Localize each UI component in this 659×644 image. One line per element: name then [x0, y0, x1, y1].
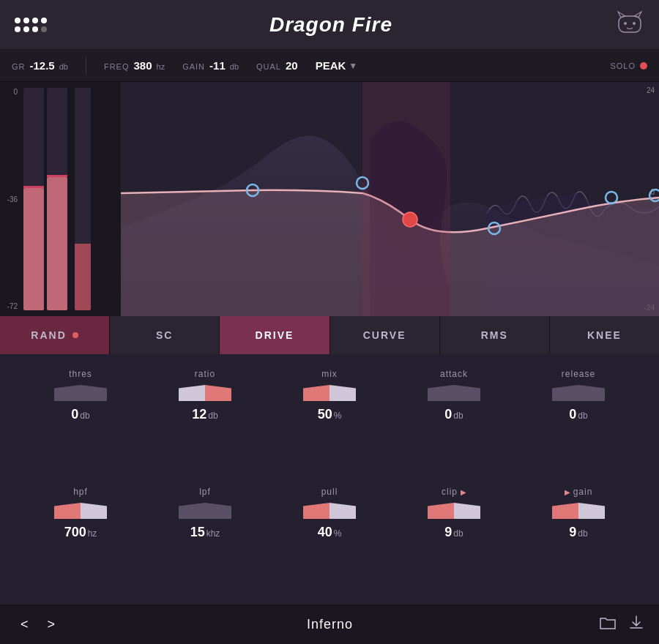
gr-label: GR — [12, 62, 26, 71]
clip-value: 9 — [444, 525, 452, 540]
thres-unit: db — [80, 411, 89, 421]
scale-0: 0 — [3, 88, 18, 96]
lpf-label: lpf — [199, 487, 211, 497]
qual-value: 20 — [286, 59, 298, 72]
gain-group: GAIN -11 db — [182, 59, 239, 72]
ratio-unit: db — [208, 411, 217, 421]
tab-curve-label: CURVE — [363, 329, 406, 341]
tab-sc[interactable]: SC — [110, 316, 220, 354]
mix-value: 50 — [318, 407, 332, 422]
tab-drive[interactable]: DRIVE — [220, 316, 330, 354]
gr-value: -12.5 — [30, 59, 55, 72]
clip-slider[interactable] — [428, 503, 480, 519]
control-ratio: ratio 12 db — [146, 369, 264, 472]
prev-button[interactable]: < — [15, 614, 34, 635]
tab-rms-label: RMS — [481, 329, 508, 341]
tab-bar: RAND SC DRIVE CURVE RMS KNEE — [0, 316, 659, 354]
lpf-unit: khz — [206, 528, 220, 539]
bottom-bar: < > Inferno — [0, 604, 659, 644]
tab-rand[interactable]: RAND — [0, 316, 110, 354]
gain-value: -11 — [209, 59, 226, 72]
pull-slider[interactable] — [303, 503, 356, 519]
svg-point-4 — [633, 22, 636, 25]
tab-knee[interactable]: KNEE — [550, 316, 659, 354]
attack-label: attack — [440, 369, 468, 379]
separator-1 — [86, 57, 86, 75]
control-mix: mix 50 % — [271, 369, 388, 472]
svg-point-3 — [624, 22, 627, 25]
bottom-icons — [599, 615, 644, 634]
vu-meters: 0 -36 -72 — [0, 82, 121, 316]
hpf-label: hpf — [73, 487, 88, 497]
tab-curve[interactable]: CURVE — [330, 316, 440, 354]
freq-unit: hz — [157, 62, 165, 71]
release-label: release — [562, 369, 595, 379]
dot-grid-icon — [15, 18, 47, 32]
mix-label: mix — [321, 369, 338, 379]
solo-group: SOLO — [610, 61, 647, 70]
pull-label: pull — [321, 487, 338, 497]
pull-value: 40 — [318, 525, 332, 540]
clip-label: clip — [442, 487, 458, 497]
ratio-value: 12 — [192, 407, 206, 422]
clip-right-arrow-icon: ▶ — [461, 488, 466, 496]
gain-left-arrow-icon: ▶ — [565, 488, 570, 496]
download-button[interactable] — [628, 615, 644, 634]
thres-value: 0 — [71, 407, 78, 422]
hpf-slider[interactable] — [54, 503, 107, 519]
clip-label-row: clip ▶ — [442, 487, 466, 497]
header: Dragon Fire — [0, 0, 659, 50]
ratio-label: ratio — [195, 369, 215, 379]
qual-label: QUAL — [256, 62, 281, 71]
release-slider[interactable] — [552, 385, 605, 401]
folder-button[interactable] — [599, 615, 617, 634]
download-icon — [628, 615, 644, 631]
vu-bar-area — [21, 82, 121, 316]
scale-neg72: -72 — [3, 302, 18, 310]
thres-slider[interactable] — [54, 385, 107, 401]
attack-unit: db — [453, 411, 463, 421]
clip-unit: db — [453, 528, 463, 539]
gain-unit: db — [230, 62, 239, 71]
control-thres: thres 0 db — [22, 369, 139, 472]
attack-slider[interactable] — [428, 385, 480, 401]
peak-dropdown[interactable]: PEAK ▼ — [316, 59, 358, 72]
qual-group: QUAL 20 — [256, 59, 298, 72]
viz-container: 0 -36 -72 — [0, 82, 659, 316]
freq-value: 380 — [134, 59, 152, 72]
hpf-value: 700 — [64, 525, 86, 540]
control-release: release 0 db — [520, 369, 637, 472]
release-value: 0 — [569, 407, 576, 422]
control-gain: ▶ gain 9 db — [520, 487, 637, 590]
pull-unit: % — [334, 528, 342, 539]
control-lpf: lpf 15 khz — [146, 487, 264, 590]
release-unit: db — [578, 411, 587, 421]
gain-label: GAIN — [182, 62, 205, 71]
thres-label: thres — [69, 369, 92, 379]
logo — [15, 18, 47, 32]
toolbar: GR -12.5 db FREQ 380 hz GAIN -11 db QUAL… — [0, 50, 659, 82]
eq-display[interactable]: 24 0 -24 — [121, 82, 659, 316]
scale-neg36: -36 — [3, 195, 18, 203]
mix-slider[interactable] — [303, 385, 356, 401]
lpf-slider[interactable] — [179, 503, 231, 519]
hpf-unit: hz — [88, 528, 97, 539]
tab-rms[interactable]: RMS — [440, 316, 550, 354]
tab-sc-label: SC — [156, 329, 173, 341]
svg-point-8 — [403, 212, 417, 227]
lpf-value: 15 — [190, 525, 205, 540]
gain-label: gain — [573, 487, 593, 497]
preset-name: Inferno — [61, 617, 599, 632]
ratio-slider[interactable] — [179, 385, 231, 401]
control-pull: pull 40 % — [271, 487, 388, 590]
control-attack: attack 0 db — [395, 369, 513, 472]
gain-slider[interactable] — [552, 503, 605, 519]
nav-arrows: < > — [15, 614, 61, 635]
solo-label: SOLO — [610, 61, 636, 70]
svg-rect-0 — [619, 16, 641, 32]
tab-rand-label: RAND — [31, 329, 66, 341]
next-button[interactable]: > — [42, 614, 62, 635]
control-clip: clip ▶ 9 db — [395, 487, 513, 590]
tab-knee-label: KNEE — [587, 329, 622, 341]
folder-icon — [599, 615, 617, 630]
